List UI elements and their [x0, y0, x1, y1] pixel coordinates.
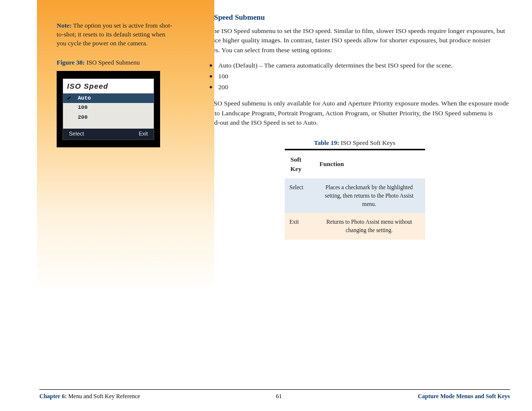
table-title: ISO Speed Soft Keys: [339, 139, 396, 146]
table-label: Table 19:: [314, 139, 339, 146]
screen-softkey-select: Select: [69, 130, 84, 137]
table-row: Select Places a checkmark by the highlig…: [285, 178, 425, 213]
footer-page-number: 61: [276, 393, 282, 400]
footer-section: Capture Mode Menus and Soft Keys: [418, 393, 510, 400]
softkey-table-block: Table 19: ISO Speed Soft Keys Soft Key F…: [285, 138, 425, 240]
screen-softkey-exit: Exit: [139, 130, 148, 137]
main-column: ISO Speed Submenu Use the ISO Speed subm…: [187, 0, 532, 411]
bullet-item: Auto (Default) – The camera automaticall…: [209, 61, 510, 70]
figure-caption: Figure 38: ISO Speed Submenu: [57, 58, 172, 67]
table-header-softkey: Soft Key: [285, 149, 314, 178]
checkmark-icon: ✔: [67, 94, 71, 103]
table-header-row: Soft Key Function: [285, 149, 425, 178]
footer-chapter-title: Menu and Soft Key Reference: [66, 393, 140, 400]
figure-label: Figure 38:: [57, 59, 85, 66]
camera-screen-inner: ISO Speed ✔ Auto 100 200 Select Exit: [63, 78, 154, 140]
screen-title: ISO Speed: [63, 79, 154, 94]
table-header-function: Function: [313, 149, 425, 178]
screen-row-label: Auto: [78, 95, 91, 101]
page-footer: Chapter 6: Menu and Soft Key Reference 6…: [39, 389, 510, 400]
screen-row-200: 200: [63, 113, 154, 122]
table-cell-function: Returns to Photo Assist menu without cha…: [313, 213, 425, 239]
paragraph-intro: Use the ISO Speed submenu to set the ISO…: [200, 26, 510, 55]
table-cell-key: Select: [285, 178, 314, 213]
note-text: The option you set is active from shot-t…: [57, 22, 172, 47]
screen-row-label: 200: [78, 114, 88, 120]
footer-chapter-label: Chapter 6:: [39, 393, 66, 400]
screen-footer: Select Exit: [63, 129, 154, 139]
sidebar-content: Note: The option you set is active from …: [0, 0, 187, 147]
table-caption: Table 19: ISO Speed Soft Keys: [285, 138, 425, 148]
table-cell-function: Places a checkmark by the highlighted se…: [313, 178, 425, 213]
section-title: ISO Speed Submenu: [200, 12, 510, 23]
table-cell-key: Exit: [285, 213, 314, 239]
sidebar-column: Note: The option you set is active from …: [0, 0, 187, 411]
paragraph-availability: The ISO Speed submenu is only available …: [200, 99, 510, 128]
bullet-item: 100: [209, 71, 510, 81]
bullet-list: Auto (Default) – The camera automaticall…: [200, 61, 510, 92]
table-row: Exit Returns to Photo Assist menu withou…: [285, 213, 425, 239]
camera-screen: ISO Speed ✔ Auto 100 200 Select Exit: [57, 71, 160, 147]
footer-left: Chapter 6: Menu and Soft Key Reference: [39, 393, 140, 400]
bullet-item: 200: [209, 82, 510, 92]
screen-row-auto: ✔ Auto: [63, 94, 154, 103]
screen-row-100: 100: [63, 103, 154, 112]
screen-row-label: 100: [78, 104, 88, 110]
note-paragraph: Note: The option you set is active from …: [57, 21, 172, 48]
note-label: Note:: [57, 22, 71, 29]
figure-title: ISO Speed Submenu: [85, 59, 140, 66]
softkey-table: Soft Key Function Select Places a checkm…: [285, 149, 425, 240]
manual-page: Note: The option you set is active from …: [0, 0, 532, 411]
